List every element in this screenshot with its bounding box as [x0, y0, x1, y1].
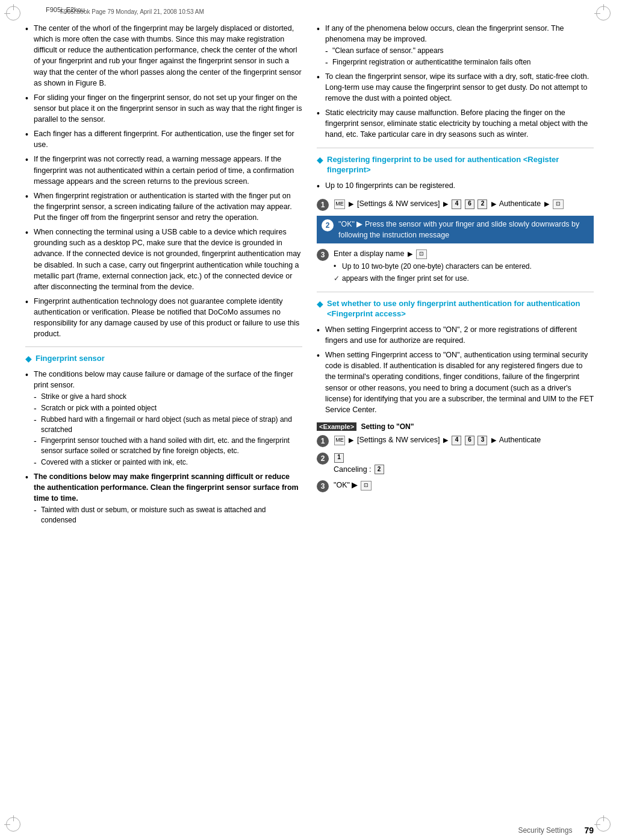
- damage-intro: The conditions below may cause failure o…: [25, 369, 302, 468]
- example-step-1-content: ME ▶ [Settings & NW services] ▶ 4 6 3 ▶ …: [334, 434, 594, 445]
- canceling-label: Canceling :: [334, 464, 372, 475]
- arrow-5: ▶: [408, 249, 412, 259]
- clean-sensor-bullets: If any of the phenomena below occurs, cl…: [317, 23, 594, 140]
- arrow-3: ▶: [491, 199, 496, 209]
- step-1-number: 1: [317, 199, 329, 211]
- damage-list: Strike or give a hard shock Scratch or p…: [34, 392, 302, 468]
- ex-arrow-1: ▶: [349, 436, 353, 445]
- ex-key-2: 2: [375, 465, 384, 474]
- footer-section-label: Security Settings: [518, 826, 572, 835]
- corner-mark-bl: [6, 817, 23, 834]
- fingerprint-access-heading: ◆ Set whether to use only fingerprint au…: [317, 298, 594, 319]
- access-bullet-2: When setting Fingerprint access to "ON",…: [317, 349, 594, 415]
- footer-page-number: 79: [584, 826, 594, 835]
- fingerprint-sensor-heading: ◆ Fingerprint sensor: [25, 353, 302, 364]
- step-3-sub: Up to 10 two-byte (20 one-byte) characte…: [334, 262, 594, 284]
- key-6-1: 6: [465, 199, 474, 209]
- damage-item-2: Scratch or pick with a pointed object: [34, 403, 302, 413]
- register-fingerprint-title: Registering fingerprint to be used for a…: [327, 154, 594, 175]
- fingerprint-access-title: Set whether to use only fingerprint auth…: [327, 298, 594, 319]
- step-3-block: 3 Enter a display name ▶ ⊡ Up to 10 two-…: [317, 248, 594, 286]
- bullet-item-6: When connecting the terminal using a USB…: [25, 227, 302, 292]
- damage-item-3: Rubbed hard with a fingernail or hard ob…: [34, 415, 302, 435]
- ex-key-1: 1: [334, 453, 344, 463]
- confirm-icon-1: ⊡: [553, 199, 564, 209]
- step-1-content: ME ▶ [Settings & NW services] ▶ 4 6 2 ▶ …: [334, 198, 594, 209]
- confirm-icon-3: ⊡: [361, 481, 372, 491]
- scanning-item-1: Tainted with dust or sebum, or moisture …: [34, 505, 302, 525]
- section-divider-2: [317, 148, 594, 148]
- page-footer: Security Settings 79: [25, 826, 594, 835]
- left-column: The center of the whorl of the fingerpri…: [25, 23, 302, 533]
- canceling-row: Canceling : 2: [334, 464, 594, 475]
- arrow-1: ▶: [349, 199, 353, 209]
- bullet-item-7: Fingerprint authentication technology do…: [25, 296, 302, 340]
- content-area: The center of the whorl of the fingerpri…: [25, 23, 594, 816]
- damage-item-1: Strike or give a hard shock: [34, 392, 302, 402]
- bullet-item-3: Each finger has a different fingerprint.…: [25, 128, 302, 150]
- corner-mark-br: [596, 817, 613, 834]
- step-3-sub-1: Up to 10 two-byte (20 one-byte) characte…: [334, 262, 594, 272]
- damage-item-5: Covered with a sticker or painted with i…: [34, 457, 302, 468]
- two-col-layout: The center of the whorl of the fingerpri…: [25, 23, 594, 533]
- confirm-icon-2: ⊡: [416, 249, 427, 259]
- phenomena-list: "Clean surface of sensor." appears Finge…: [325, 46, 594, 67]
- menu-icon-2: ME: [334, 436, 345, 445]
- example-step-1-number: 1: [317, 435, 329, 447]
- menu-icon-1: ME: [334, 199, 345, 209]
- fingerprint-sensor-title: Fingerprint sensor: [36, 353, 105, 364]
- page-container: F905i_E2kou F905i.book Page 79 Monday, A…: [0, 0, 619, 840]
- example-step-2-number: 2: [317, 453, 329, 465]
- step-2-block-highlighted: 2 "OK" ▶ Press the sensor with your fing…: [317, 216, 594, 243]
- diamond-icon-3: ◆: [317, 299, 323, 309]
- clean-item-2: To clean the fingerprint sensor, wipe it…: [317, 71, 594, 104]
- diamond-icon-1: ◆: [25, 354, 32, 363]
- bullet-item-1: The center of the whorl of the fingerpri…: [25, 23, 302, 89]
- main-bullet-list: The center of the whorl of the fingerpri…: [25, 23, 302, 339]
- section-divider-1: [25, 346, 302, 347]
- step-3-content: Enter a display name ▶ ⊡ Up to 10 two-by…: [334, 248, 594, 286]
- fingerprint-sensor-bullets: The conditions below may cause failure o…: [25, 369, 302, 525]
- step-3-sub-2: appears with the finger print set for us…: [334, 274, 594, 284]
- ex-key-3: 3: [477, 436, 487, 445]
- ex-arrow-3: ▶: [491, 436, 496, 445]
- example-step-2-content: 1 Canceling : 2: [334, 452, 594, 475]
- clean-item-3: Static electricity may cause malfunction…: [317, 107, 594, 140]
- damage-item-4: Fingerprint sensor touched with a hand s…: [34, 436, 302, 456]
- arrow-2: ▶: [443, 199, 448, 209]
- example-title: Setting to "ON": [361, 422, 414, 431]
- key-2-1: 2: [477, 199, 487, 209]
- step-2-number: 2: [322, 219, 334, 231]
- register-note: Up to 10 fingerprints can be registered.: [317, 180, 594, 191]
- example-step-3-number: 3: [317, 480, 329, 492]
- step-1-block: 1 ME ▶ [Settings & NW services] ▶ 4 6 2 …: [317, 198, 594, 211]
- ex-key-6: 6: [465, 436, 474, 445]
- ex-key-4: 4: [452, 436, 461, 445]
- phenomena-item-2: Fingerprint registration or authenticati…: [325, 57, 594, 67]
- key-4-1: 4: [452, 199, 461, 209]
- arrow-4: ▶: [544, 199, 549, 209]
- diamond-icon-2: ◆: [317, 155, 323, 165]
- fingerprint-access-bullets: When setting Fingerprint access to "ON",…: [317, 324, 594, 415]
- right-column: If any of the phenomena below occurs, cl…: [317, 23, 594, 533]
- bullet-item-2: For sliding your finger on the fingerpri…: [25, 92, 302, 125]
- bullet-item-4: If the fingerprint was not correctly rea…: [25, 154, 302, 186]
- book-info: F905i.book Page 79 Monday, April 21, 200…: [60, 8, 204, 15]
- example-step-2-block: 2 1 Canceling : 2: [317, 452, 594, 475]
- bullet-item-5: When fingerprint registration or authent…: [25, 190, 302, 223]
- phenomena-item-1: "Clean surface of sensor." appears: [325, 46, 594, 56]
- section-divider-3: [317, 292, 594, 292]
- ex-arrow-2: ▶: [443, 436, 448, 445]
- step-3-number: 3: [317, 249, 329, 261]
- access-bullet-1: When setting Fingerprint access to "ON",…: [317, 324, 594, 346]
- example-step-1-block: 1 ME ▶ [Settings & NW services] ▶ 4 6 3 …: [317, 434, 594, 447]
- register-fingerprint-heading: ◆ Registering fingerprint to be used for…: [317, 154, 594, 175]
- step-2-content: "OK" ▶ Press the sensor with your finger…: [338, 219, 589, 240]
- scanning-list: Tainted with dust or sebum, or moisture …: [34, 505, 302, 525]
- scanning-intro: The conditions below may make fingerprin…: [25, 471, 302, 525]
- example-step-3-content: "OK" ▶ ⊡: [334, 480, 594, 491]
- register-note-list: Up to 10 fingerprints can be registered.: [317, 180, 594, 191]
- example-step-3-block: 3 "OK" ▶ ⊡: [317, 480, 594, 492]
- example-label: <Example>: [317, 422, 356, 431]
- clean-item-1: If any of the phenomena below occurs, cl…: [317, 23, 594, 67]
